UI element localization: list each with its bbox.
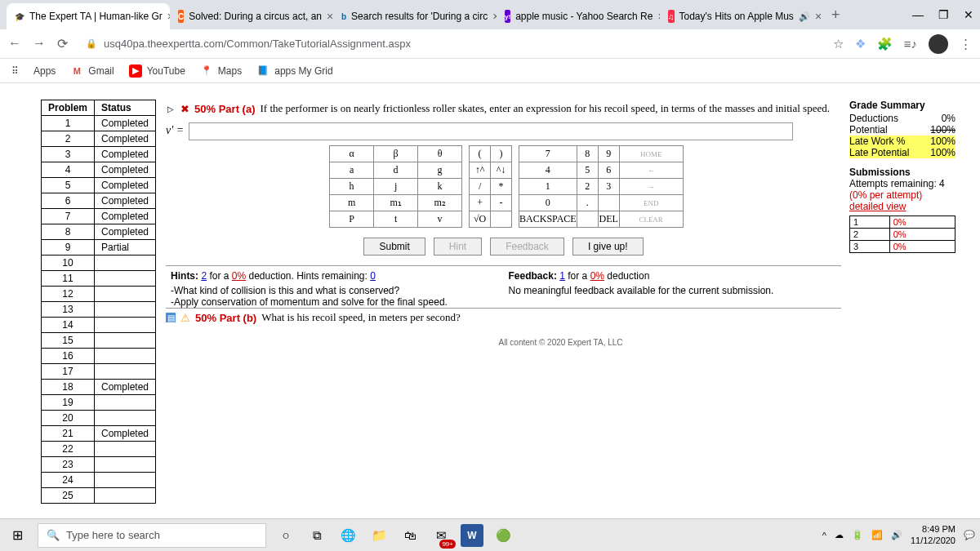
problem-num[interactable]: 15: [42, 333, 95, 349]
new-tab-button[interactable]: +: [823, 7, 849, 24]
keypad-key[interactable]: [577, 211, 598, 228]
keypad-key[interactable]: 2: [577, 179, 598, 195]
problem-num[interactable]: 7: [42, 209, 95, 224]
extension-puzzle-icon[interactable]: 🧩: [877, 37, 893, 51]
problem-num[interactable]: 22: [42, 442, 95, 457]
keypad-key[interactable]: j: [374, 179, 418, 195]
problem-num[interactable]: 3: [42, 147, 95, 162]
window-maximize-icon[interactable]: ❐: [938, 8, 949, 21]
back-icon[interactable]: ←: [8, 36, 21, 51]
tab-audio-icon[interactable]: 🔊: [799, 11, 810, 22]
giveup-button[interactable]: I give up!: [572, 238, 644, 256]
hint-button[interactable]: Hint: [434, 238, 482, 256]
keypad-key[interactable]: m₂: [418, 195, 462, 211]
close-part-icon[interactable]: ✖: [180, 103, 189, 115]
browser-tab[interactable]: b Search results for 'During a circ ×: [333, 3, 497, 29]
problem-num[interactable]: 9: [42, 240, 95, 256]
keypad-key[interactable]: [491, 211, 512, 228]
detailed-view-link[interactable]: detailed view: [849, 201, 906, 212]
keypad-key[interactable]: t: [374, 211, 418, 228]
keypad-key[interactable]: √O: [470, 211, 491, 228]
problem-num[interactable]: 10: [42, 256, 95, 271]
problem-num[interactable]: 17: [42, 364, 95, 380]
problem-num[interactable]: 19: [42, 395, 95, 411]
keypad-key[interactable]: ←: [619, 162, 683, 179]
keypad-key[interactable]: HOME: [619, 146, 683, 162]
problem-num[interactable]: 13: [42, 302, 95, 318]
keypad-key[interactable]: -: [491, 195, 512, 211]
tab-close-icon[interactable]: ×: [815, 10, 822, 23]
bookmark-mygrid[interactable]: 📘apps My Grid: [256, 64, 332, 78]
keypad-key[interactable]: ↑^: [470, 162, 491, 179]
star-icon[interactable]: ☆: [833, 37, 844, 51]
problem-num[interactable]: 20: [42, 411, 95, 426]
answer-input[interactable]: [189, 122, 793, 140]
keypad-key[interactable]: 9: [598, 146, 619, 162]
problem-num[interactable]: 12: [42, 287, 95, 302]
keypad-key[interactable]: CLEAR: [619, 211, 683, 228]
keypad-key[interactable]: 6: [598, 162, 619, 179]
problem-num[interactable]: 2: [42, 131, 95, 147]
keypad-key[interactable]: d: [374, 162, 418, 179]
keypad-key[interactable]: 4: [519, 162, 577, 179]
forward-icon[interactable]: →: [33, 36, 46, 51]
browser-tab[interactable]: C Solved: During a circus act, an ×: [170, 3, 333, 29]
keypad-key[interactable]: ): [491, 146, 512, 162]
browser-tab[interactable]: ♫ Today's Hits on Apple Mus 🔊 ×: [660, 3, 823, 29]
problem-num[interactable]: 5: [42, 178, 95, 193]
keypad-key[interactable]: m₁: [374, 195, 418, 211]
keypad-key[interactable]: P: [330, 211, 374, 228]
keypad-key[interactable]: [598, 195, 619, 211]
keypad-key[interactable]: END: [619, 195, 683, 211]
keypad-key[interactable]: BACKSPACE: [519, 211, 577, 228]
reading-list-icon[interactable]: ≡♪: [904, 37, 917, 51]
problem-num[interactable]: 11: [42, 271, 95, 287]
bookmark-youtube[interactable]: ▶YouTube: [129, 64, 185, 78]
problem-num[interactable]: 16: [42, 349, 95, 364]
keypad-key[interactable]: 3: [598, 179, 619, 195]
keypad-key[interactable]: v: [418, 211, 462, 228]
keypad-key[interactable]: →: [619, 179, 683, 195]
bookmark-maps[interactable]: 📍Maps: [200, 64, 242, 78]
keypad-key[interactable]: 5: [577, 162, 598, 179]
bookmark-gmail[interactable]: MGmail: [70, 64, 114, 78]
problem-num[interactable]: 23: [42, 457, 95, 473]
problem-num[interactable]: 8: [42, 224, 95, 240]
problem-num[interactable]: 1: [42, 116, 95, 131]
keypad-key[interactable]: α: [330, 146, 374, 162]
extension-icon[interactable]: ❖: [855, 37, 866, 51]
browser-tab[interactable]: y! apple music - Yahoo Search Re ×: [497, 3, 660, 29]
problem-num[interactable]: 14: [42, 318, 95, 333]
problem-num[interactable]: 24: [42, 473, 95, 488]
problem-num[interactable]: 6: [42, 193, 95, 209]
keypad-key[interactable]: 1: [519, 179, 577, 195]
window-minimize-icon[interactable]: —: [912, 8, 924, 21]
problem-num[interactable]: 18: [42, 380, 95, 395]
problem-num[interactable]: 21: [42, 426, 95, 442]
keypad-key[interactable]: ^↓: [491, 162, 512, 179]
problem-num[interactable]: 25: [42, 488, 95, 504]
feedback-button[interactable]: Feedback: [490, 238, 564, 256]
keypad-key[interactable]: 8: [577, 146, 598, 162]
keypad-key[interactable]: h: [330, 179, 374, 195]
keypad-key[interactable]: +: [470, 195, 491, 211]
problem-num[interactable]: 4: [42, 162, 95, 178]
tab-close-icon[interactable]: ×: [327, 10, 333, 23]
apps-label[interactable]: Apps: [33, 65, 56, 77]
submit-button[interactable]: Submit: [363, 238, 425, 256]
keypad-key[interactable]: g: [418, 162, 462, 179]
menu-icon[interactable]: ⋮: [960, 37, 972, 51]
collapse-icon[interactable]: ▤: [166, 313, 176, 322]
keypad-key[interactable]: k: [418, 179, 462, 195]
window-close-icon[interactable]: ✕: [964, 8, 973, 21]
keypad-key[interactable]: (: [470, 146, 491, 162]
profile-avatar[interactable]: [929, 34, 948, 54]
keypad-key[interactable]: m: [330, 195, 374, 211]
keypad-key[interactable]: *: [491, 179, 512, 195]
keypad-key[interactable]: DEL: [598, 211, 619, 228]
url-bar[interactable]: 🔒 usq40pa.theexpertta.com/Common/TakeTut…: [78, 34, 421, 53]
reload-icon[interactable]: ⟳: [57, 36, 68, 51]
browser-tab[interactable]: 🎓 The Expert TA | Human-like Gr ×: [7, 3, 170, 29]
keypad-key[interactable]: 0: [519, 195, 577, 211]
keypad-key[interactable]: /: [470, 179, 491, 195]
